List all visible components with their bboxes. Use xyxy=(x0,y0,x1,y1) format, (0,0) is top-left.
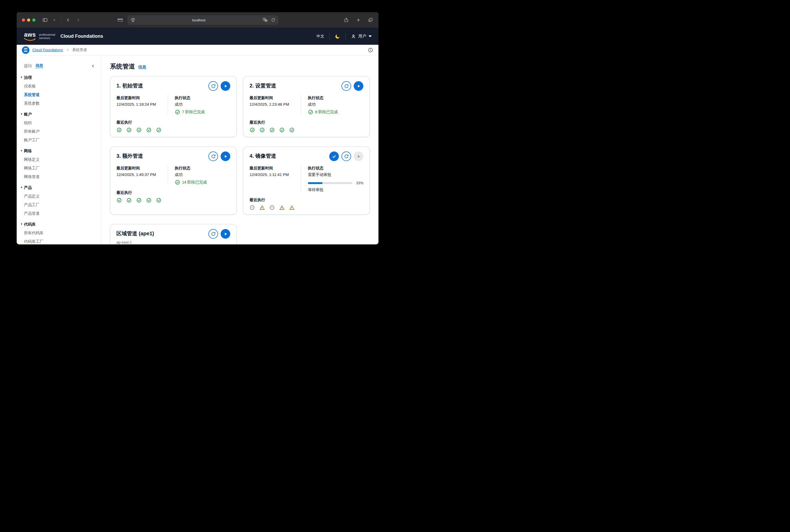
menu-button[interactable] xyxy=(22,46,30,54)
close-button[interactable] xyxy=(22,18,25,22)
caret-down-icon: ▼ xyxy=(20,110,24,118)
sidenav-section-header[interactable]: ▼账户 xyxy=(17,110,101,118)
pipeline-card: 1. 初始管道最后更新时间12/4/2025, 1:18:24 PM执行状态成功… xyxy=(110,76,237,137)
success-status-icon xyxy=(136,127,142,133)
refresh-button[interactable] xyxy=(208,151,218,161)
collapse-sidebar-icon[interactable] xyxy=(91,64,95,68)
new-tab-icon[interactable] xyxy=(356,17,361,23)
language-button[interactable]: 中文 xyxy=(316,34,324,39)
last-updated-block: 最后更新时间12/4/2025, 1:45:37 PM xyxy=(116,165,168,185)
last-updated-label: 最后更新时间 xyxy=(250,165,297,171)
sidenav-section-title: 产品 xyxy=(24,183,32,192)
run-pipeline-button[interactable] xyxy=(221,229,230,239)
nav-controls xyxy=(42,17,81,23)
aws-proserve-logo: aws professional services Cloud Foundati… xyxy=(23,32,103,41)
aws-extension-icon[interactable]: aea xyxy=(117,18,124,22)
dark-mode-toggle[interactable] xyxy=(335,34,340,39)
sidenav-item[interactable]: 系统管道 xyxy=(17,90,101,99)
sidenav-item[interactable]: 所有代码库 xyxy=(17,229,101,237)
brand-subtitle: professional services xyxy=(39,33,55,40)
recent-executions-icons xyxy=(250,205,363,210)
caret-down-icon: ▼ xyxy=(20,183,24,192)
page-title: 系统管道 xyxy=(110,62,135,71)
sidenav-item[interactable]: 产品定义 xyxy=(17,192,101,201)
approval-substatus: 等待审批 xyxy=(308,187,363,192)
last-updated-block: 最后更新时间12/4/2025, 1:18:24 PM xyxy=(116,95,168,115)
pipeline-card: 区域管道 (ape1)ap-east-1最后更新时间12/4/2025, 1:2… xyxy=(110,224,237,244)
app-header: aws professional services Cloud Foundati… xyxy=(17,28,379,45)
exec-status-value: 成功 xyxy=(308,101,363,108)
page-header: 系统管道 信息 xyxy=(110,62,370,71)
sidenav-item[interactable]: 系统参数 xyxy=(17,99,101,108)
chevron-right-icon xyxy=(66,48,70,52)
sidenav-item[interactable]: 组织 xyxy=(17,118,101,127)
info-icon[interactable] xyxy=(368,48,373,53)
sidenav-section-header[interactable]: ▼代码库 xyxy=(17,220,101,229)
sidenav-item[interactable]: 网络定义 xyxy=(17,155,101,164)
run-pipeline-button[interactable] xyxy=(221,151,230,161)
pipeline-card-header: 区域管道 (ape1) xyxy=(116,229,230,239)
reload-icon[interactable] xyxy=(271,18,275,22)
share-icon[interactable] xyxy=(344,17,349,23)
page-info-link[interactable]: 信息 xyxy=(138,64,146,70)
sidenav-item[interactable]: 网络管道 xyxy=(17,172,101,181)
approve-button[interactable] xyxy=(329,151,339,161)
sidenav-item[interactable]: 产品工厂 xyxy=(17,201,101,209)
url-text: localhost xyxy=(135,18,262,22)
caret-down-icon: ▼ xyxy=(20,73,24,82)
pipeline-card-actions xyxy=(342,81,363,91)
sidenav-item[interactable]: 仪表板 xyxy=(17,82,101,90)
stages-completed: 14 阶段已完成 xyxy=(175,179,230,185)
forward-icon[interactable] xyxy=(75,17,81,23)
sidenav-section-header[interactable]: ▼产品 xyxy=(17,183,101,192)
run-pipeline-button[interactable] xyxy=(221,81,230,91)
refresh-button[interactable] xyxy=(208,229,218,239)
last-updated-label: 最后更新时间 xyxy=(116,95,164,101)
breadcrumb-root-link[interactable]: Cloud Foundations xyxy=(32,48,63,52)
sidenav-sections: ▼治理仪表板系统管道系统参数▼账户组织所有账户账户工厂▼网络网络定义网络工厂网络… xyxy=(17,73,101,244)
pipeline-card-header: 1. 初始管道 xyxy=(116,81,230,91)
exec-status-value: 成功 xyxy=(175,172,230,178)
sidenav-section: ▼治理仪表板系统管道系统参数 xyxy=(17,73,101,108)
page-format-icon[interactable] xyxy=(130,17,135,22)
success-icon xyxy=(308,109,313,115)
sidenav-item[interactable]: 所有账户 xyxy=(17,127,101,136)
run-pipeline-button[interactable] xyxy=(354,81,363,91)
tab-overview-icon[interactable] xyxy=(368,17,373,23)
chevron-down-icon[interactable] xyxy=(53,18,56,22)
sidenav-item[interactable]: 代码库工厂 xyxy=(17,237,101,244)
recent-executions-icons xyxy=(250,127,363,133)
refresh-button[interactable] xyxy=(208,81,218,91)
exec-status-label: 执行状态 xyxy=(308,165,363,171)
success-icon xyxy=(175,179,180,185)
success-status-icon xyxy=(289,127,295,133)
pipeline-card-actions xyxy=(208,229,230,239)
minimize-button[interactable] xyxy=(27,18,30,22)
back-icon[interactable] xyxy=(66,17,71,23)
sidenav-item[interactable]: 网络工厂 xyxy=(17,164,101,172)
user-icon xyxy=(351,34,356,39)
pipeline-card-title: 1. 初始管道 xyxy=(116,82,143,89)
run-pipeline-button-disabled[interactable] xyxy=(354,151,363,161)
warning-status-icon xyxy=(289,205,295,210)
sidenav-item[interactable]: 账户工厂 xyxy=(17,136,101,144)
refresh-button[interactable] xyxy=(342,81,351,91)
address-bar[interactable]: localhost A xyxy=(127,15,278,25)
pipeline-card-header: 3. 额外管道 xyxy=(116,151,230,161)
refresh-button[interactable] xyxy=(342,151,351,161)
fullscreen-button[interactable] xyxy=(32,18,35,22)
sidenav-section-header[interactable]: ▼治理 xyxy=(17,73,101,82)
exec-status-block: 执行状态需要手动审批33%等待审批 xyxy=(301,165,363,192)
extension-badge-text: aea xyxy=(118,18,123,20)
sidenav-info-link[interactable]: 信息 xyxy=(35,63,43,69)
sidenav-item[interactable]: 产品管道 xyxy=(17,209,101,217)
recent-executions: 最近执行 xyxy=(116,190,230,203)
last-updated-value: 12/4/2025, 1:23:46 PM xyxy=(250,101,297,108)
last-updated-block: 最后更新时间12/4/2025, 1:23:46 PM xyxy=(250,95,301,115)
smile-arrow-icon xyxy=(117,20,124,22)
sidebar-toggle-icon[interactable] xyxy=(42,17,48,23)
pipeline-card: 2. 设置管道最后更新时间12/4/2025, 1:23:46 PM执行状态成功… xyxy=(243,76,370,137)
user-menu[interactable]: 用户 xyxy=(351,34,372,39)
translate-icon[interactable]: A xyxy=(262,17,268,23)
sidenav-section-header[interactable]: ▼网络 xyxy=(17,147,101,155)
